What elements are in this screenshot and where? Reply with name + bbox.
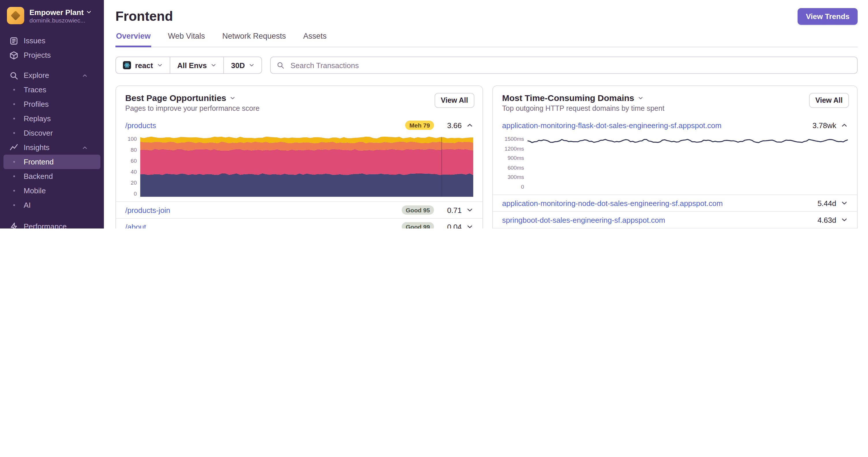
chevron-down-icon [638,95,644,101]
sidebar: Empower Plant dominik.buszowiec... Issue… [0,0,104,228]
bullet-icon [9,103,19,105]
chevron-down-icon[interactable] [841,200,848,206]
domain-row[interactable]: springboot-dot-sales-engineering-sf.apps… [493,211,857,228]
org-switcher[interactable]: Empower Plant dominik.buszowiec... [0,0,104,29]
lightning-icon [9,222,19,228]
search-box [270,57,858,74]
opportunity-row[interactable]: /about Good 990.04 [116,218,483,228]
page-link[interactable]: /about [125,223,146,228]
chevron-down-icon[interactable] [841,217,848,223]
app-window: Empower Plant dominik.buszowiec... Issue… [0,0,868,228]
bullet-icon [9,175,19,177]
sidebar-item-backend[interactable]: Backend [3,169,100,184]
bullet-icon [9,190,19,192]
chevron-up-icon[interactable] [466,122,473,129]
page-link[interactable]: /products-join [125,206,170,215]
chevron-down-icon [230,95,236,101]
page-header: Frontend View Trends [116,0,858,25]
chevron-down-icon[interactable] [466,223,473,228]
sidebar-item-profiles[interactable]: Profiles [3,97,100,111]
view-trends-button[interactable]: View Trends [798,8,858,25]
opportunity-row[interactable]: /products-join Good 950.71 [116,201,483,218]
y-axis: 100806040200 [125,136,140,197]
chevron-down-icon [249,62,254,68]
domain-link[interactable]: springboot-dot-sales-engineering-sf.apps… [502,216,665,224]
search-input[interactable] [289,60,851,70]
insights-icon [9,143,19,152]
page-link[interactable]: /products [125,121,156,130]
chevron-down-icon[interactable] [466,206,473,214]
environment-filter[interactable]: All Envs [170,57,224,73]
domain-row[interactable]: application-monitoring-flask-dot-sales-e… [493,117,857,133]
tab-overview[interactable]: Overview [116,32,151,47]
bullet-icon [9,132,19,134]
sidebar-item-traces[interactable]: Traces [3,83,100,97]
sidebar-item-mobile[interactable]: Mobile [3,184,100,198]
domain-duration-chart: 1500ms1200ms900ms600ms300ms0 [493,133,857,194]
date-range-filter[interactable]: 30D [224,57,262,73]
domain-row[interactable]: application-monitoring-rails-dot-sales-e… [493,228,857,228]
chevron-down-icon [86,9,92,15]
y-axis: 1500ms1200ms900ms600ms300ms0 [502,136,527,190]
opportunities-view-all-button[interactable]: View All [435,93,475,108]
bullet-icon [9,204,19,206]
sidebar-section-insights[interactable]: Insights [3,140,100,155]
domain-link[interactable]: application-monitoring-node-dot-sales-en… [502,199,723,207]
page-title: Frontend [116,9,173,24]
page-filters: react All Envs 30D [116,57,262,74]
sidebar-item-replays[interactable]: Replays [3,111,100,126]
main-content: Frontend View Trends Overview Web Vitals… [104,0,868,228]
filter-bar: react All Envs 30D [116,57,858,74]
score-badge: Meh 79 [405,121,434,130]
sidebar-item-ai[interactable]: AI [3,198,100,213]
bullet-icon [9,161,19,163]
performance-score-chart: 100806040200 [116,133,483,201]
domains-subtitle: Top outgoing HTTP request domains by tim… [502,104,848,112]
projects-icon [9,51,19,60]
tab-assets[interactable]: Assets [303,32,327,47]
issues-icon [9,36,19,45]
domain-row[interactable]: application-monitoring-node-dot-sales-en… [493,194,857,211]
org-user: dominik.buszowiec... [29,17,92,23]
sidebar-item-projects[interactable]: Projects [3,48,100,62]
score-badge: Good 95 [402,205,434,215]
domains-view-all-button[interactable]: View All [809,93,849,108]
time-consuming-domains-panel: Most Time-Consuming Domains Top outgoing… [492,86,858,228]
search-icon [276,61,284,69]
sidebar-item-issues[interactable]: Issues [3,33,100,48]
sidebar-nav: Issues Projects Explore Traces Profiles … [0,33,104,228]
bullet-icon [9,89,19,91]
gem-icon [11,11,21,21]
chevron-down-icon [157,62,163,68]
chevron-up-icon[interactable] [841,122,848,129]
org-logo [7,7,24,24]
chevron-down-icon [211,62,217,68]
tab-network-requests[interactable]: Network Requests [222,32,286,47]
bullet-icon [9,118,19,120]
search-icon [9,71,19,80]
project-filter[interactable]: react [116,57,170,73]
sidebar-item-discover[interactable]: Discover [3,126,100,140]
domain-link[interactable]: application-monitoring-flask-dot-sales-e… [502,121,721,130]
react-platform-icon [123,61,131,69]
opportunities-subtitle: Pages to improve your performance score [125,104,473,112]
chevron-up-icon [82,144,88,150]
opportunity-row[interactable]: /products Meh 793.66 [116,117,483,133]
tab-bar: Overview Web Vitals Network Requests Ass… [116,32,858,47]
opportunities-title-dropdown[interactable]: Best Page Opportunities [125,93,473,103]
sidebar-section-explore[interactable]: Explore [3,68,100,83]
tab-web-vitals[interactable]: Web Vitals [167,32,206,47]
score-badge: Good 99 [402,222,434,228]
sidebar-item-performance[interactable]: Performance [3,219,100,228]
sidebar-item-frontend[interactable]: Frontend [3,155,100,169]
best-page-opportunities-panel: Best Page Opportunities Pages to improve… [116,86,483,228]
chevron-up-icon [82,72,88,78]
org-name: Empower Plant [29,8,84,17]
domains-title-dropdown[interactable]: Most Time-Consuming Domains [502,93,848,103]
